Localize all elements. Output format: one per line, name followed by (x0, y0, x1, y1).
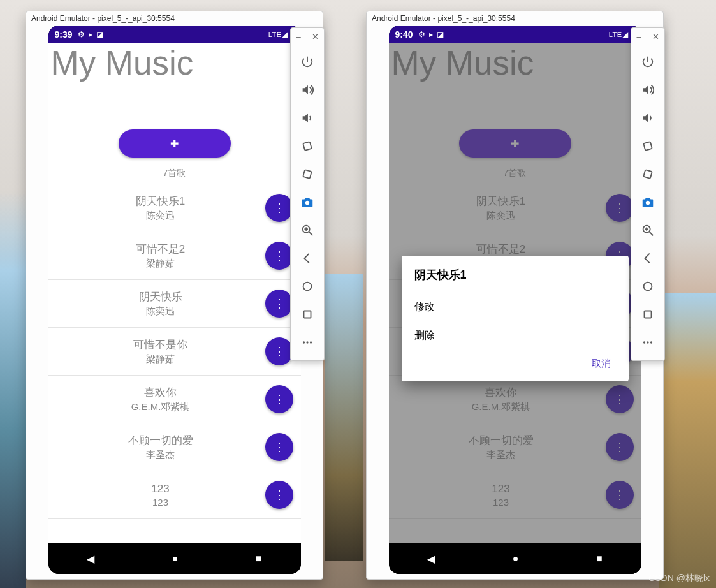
list-item[interactable]: 阴天快乐陈奕迅⋮ (48, 280, 301, 328)
song-artist: 123 (397, 497, 606, 508)
svg-point-7 (303, 283, 312, 291)
more-button[interactable]: ⋮ (265, 385, 293, 413)
shield-icon: ◪ (96, 30, 103, 39)
list-item[interactable]: 可惜不是你梁静茹⋮ (48, 328, 301, 376)
more-button[interactable]: ⋮ (606, 385, 634, 413)
nav-back-icon[interactable]: ◀ (427, 553, 435, 565)
more-button[interactable]: ⋮ (265, 242, 293, 270)
volume-down-icon[interactable] (296, 105, 319, 131)
list-item[interactable]: 123123⋮ (48, 471, 301, 519)
list-item[interactable]: 123123⋮ (389, 471, 641, 519)
home-icon[interactable] (636, 274, 659, 299)
minimize-icon[interactable]: – (296, 32, 300, 41)
dialog-cancel-button[interactable]: 取消 (587, 354, 616, 374)
play-protect-icon: ▸ (429, 30, 433, 39)
list-item[interactable]: 不顾一切的爱李圣杰⋮ (48, 423, 301, 471)
zoom-icon[interactable] (296, 217, 319, 243)
more-button[interactable]: ⋮ (265, 194, 293, 222)
zoom-icon[interactable] (636, 217, 659, 243)
song-artist: 梁静茹 (56, 353, 265, 365)
camera-icon[interactable] (636, 189, 659, 215)
dialog-item-delete[interactable]: 删除 (414, 321, 616, 350)
power-icon[interactable] (636, 49, 659, 75)
nav-home-icon[interactable]: ● (172, 553, 179, 564)
more-button[interactable]: ⋮ (265, 433, 293, 461)
song-title: 阴天快乐1 (397, 194, 606, 209)
nav-overview-icon[interactable]: ■ (596, 553, 603, 564)
close-icon[interactable]: ✕ (652, 32, 659, 41)
list-item[interactable]: 喜欢你G.E.M.邓紫棋⋮ (389, 376, 641, 423)
more-icon[interactable] (636, 330, 659, 355)
more-icon[interactable] (296, 330, 319, 355)
add-button[interactable]: ✚ (459, 129, 571, 158)
context-dialog: 阴天快乐1 修改 删除 取消 (402, 256, 629, 381)
plus-icon: ✚ (170, 138, 179, 150)
minimize-icon[interactable]: – (636, 32, 641, 41)
wallpaper-left (0, 191, 26, 588)
vertical-dots-icon: ⋮ (274, 446, 285, 448)
svg-line-4 (309, 232, 313, 236)
nav-overview-icon[interactable]: ■ (256, 553, 262, 564)
shield-icon: ◪ (437, 30, 444, 39)
song-title: 喜欢你 (397, 385, 606, 400)
rotate-left-icon[interactable] (296, 133, 319, 159)
plus-icon: ✚ (511, 138, 519, 150)
close-icon[interactable]: ✕ (312, 32, 319, 41)
song-title: 可惜不是2 (56, 242, 265, 256)
camera-icon[interactable] (296, 189, 319, 215)
home-icon[interactable] (296, 274, 319, 299)
back-icon[interactable] (636, 246, 659, 271)
status-bar: 9:39 ⚙ ▸ ◪ LTE ◢ ▮ (48, 26, 301, 43)
nav-home-icon[interactable]: ● (513, 553, 519, 564)
wallpaper-mid (325, 274, 363, 561)
song-title: 不顾一切的爱 (56, 433, 265, 448)
volume-up-icon[interactable] (296, 77, 319, 103)
overview-icon[interactable] (296, 302, 319, 327)
vertical-dots-icon: ⋮ (614, 494, 625, 496)
more-button[interactable]: ⋮ (606, 194, 634, 222)
svg-point-9 (303, 341, 305, 343)
more-button[interactable]: ⋮ (265, 290, 293, 318)
svg-point-2 (305, 201, 309, 205)
vertical-dots-icon: ⋮ (274, 350, 285, 353)
nav-back-icon[interactable]: ◀ (87, 553, 94, 565)
dialog-item-edit[interactable]: 修改 (414, 293, 616, 321)
song-title: 123 (397, 483, 606, 496)
more-button[interactable]: ⋮ (265, 481, 293, 509)
add-button[interactable]: ✚ (119, 129, 231, 158)
play-protect-icon: ▸ (89, 30, 92, 39)
rotate-left-icon[interactable] (636, 133, 659, 159)
page-title: My Music (389, 43, 641, 80)
list-item[interactable]: 喜欢你G.E.M.邓紫棋⋮ (48, 376, 301, 423)
overview-icon[interactable] (636, 302, 659, 327)
volume-up-icon[interactable] (636, 77, 659, 103)
page-title: My Music (48, 43, 301, 80)
list-item[interactable]: 阴天快乐1陈奕迅⋮ (48, 184, 301, 232)
window-title: Android Emulator - pixel_5_-_api_30:5554 (26, 11, 323, 26)
dialog-title: 阴天快乐1 (414, 267, 616, 283)
clock: 9:39 (55, 29, 73, 40)
power-icon[interactable] (296, 49, 319, 75)
svg-rect-1 (303, 170, 311, 178)
more-button[interactable]: ⋮ (606, 433, 634, 461)
song-artist: G.E.M.邓紫棋 (397, 401, 606, 413)
back-icon[interactable] (296, 246, 319, 271)
network-lte: LTE (268, 31, 282, 38)
volume-down-icon[interactable] (636, 105, 659, 131)
list-item[interactable]: 不顾一切的爱李圣杰⋮ (389, 423, 641, 471)
svg-point-21 (643, 341, 645, 343)
song-title: 喜欢你 (56, 385, 265, 400)
song-list: 阴天快乐1陈奕迅⋮可惜不是2梁静茹⋮阴天快乐陈奕迅⋮可惜不是你梁静茹⋮喜欢你G.… (48, 184, 301, 519)
song-title: 123 (56, 483, 265, 496)
song-title: 可惜不是你 (56, 337, 265, 352)
rotate-right-icon[interactable] (296, 161, 319, 187)
more-button[interactable]: ⋮ (606, 481, 634, 509)
song-count: 7首歌 (389, 168, 641, 179)
more-button[interactable]: ⋮ (265, 337, 293, 365)
svg-point-11 (310, 341, 312, 343)
list-item[interactable]: 阴天快乐1陈奕迅⋮ (389, 184, 641, 232)
list-item[interactable]: 可惜不是2梁静茹⋮ (48, 232, 301, 280)
song-artist: 123 (56, 497, 265, 508)
signal-icon: ◢ (282, 30, 288, 39)
rotate-right-icon[interactable] (636, 161, 659, 187)
